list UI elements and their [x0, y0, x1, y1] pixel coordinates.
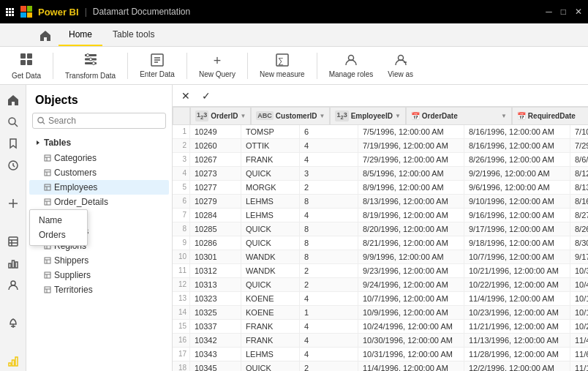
table-icon	[44, 271, 51, 279]
table-row[interactable]: 210260OTTIK47/19/1996, 12:00:00 AM8/16/1…	[173, 139, 588, 153]
maximize-btn[interactable]: □	[561, 7, 566, 17]
table-row[interactable]: 710284LEHMS48/19/1996, 12:00:00 AM9/16/1…	[173, 209, 588, 222]
close-btn[interactable]: ✕	[575, 7, 582, 17]
table-row[interactable]: 1710343LEHMS410/31/1996, 12:00:00 AM11/2…	[173, 348, 588, 361]
nav-bar-chart-icon[interactable]	[3, 352, 23, 371]
table-cell: 4	[300, 334, 358, 347]
search-box[interactable]	[32, 113, 166, 129]
table-cell: FRANK	[241, 153, 300, 166]
nav-home-icon[interactable]	[3, 91, 23, 110]
sidebar-item-shippers[interactable]: Shippers	[29, 253, 169, 268]
title-bar: Power BI | Datamart Documentation ─ □ ✕	[0, 0, 588, 23]
view-as-icon	[393, 53, 408, 69]
col-header-orderdate[interactable]: 📅 OrderDate ▼	[406, 107, 512, 125]
nav-clock-icon[interactable]	[3, 156, 23, 175]
table-row[interactable]: 1110312WANDK29/23/1996, 12:00:00 AM10/21…	[173, 264, 588, 278]
minimize-btn[interactable]: ─	[546, 7, 552, 17]
table-cell: 8/20/1996, 12:00:00 AM	[358, 222, 464, 236]
nav-chart-icon[interactable]	[3, 254, 23, 273]
manage-roles-icon	[344, 53, 358, 69]
view-as-button[interactable]: View as	[382, 50, 419, 81]
manage-roles-button[interactable]: Manage roles	[323, 50, 380, 81]
table-row[interactable]: 510277MORGK28/9/1996, 12:00:00 AM9/6/199…	[173, 181, 588, 195]
get-data-button[interactable]: Get Data	[6, 49, 47, 83]
svg-rect-39	[45, 155, 50, 161]
table-row[interactable]: 1010301WANDK89/9/1996, 12:00:00 AM10/7/1…	[173, 250, 588, 264]
search-input[interactable]	[48, 116, 161, 126]
table-row[interactable]: 1610342FRANK410/30/1996, 12:00:00 AM11/1…	[173, 334, 588, 348]
table-cell: 9/6/1996, 12:00:00 AM	[464, 181, 570, 194]
table-cell: LEHMS	[241, 348, 300, 361]
manage-roles-label: Manage roles	[329, 70, 374, 78]
sidebar-item-categories[interactable]: Categories	[29, 151, 169, 165]
table-cell: 11/6/1996, 12:00:00 AM	[570, 348, 588, 361]
col-header-orderid[interactable]: 123 OrderID ▼	[190, 107, 251, 125]
grid-toolbar: ✕ ✓	[173, 85, 588, 107]
table-row[interactable]: 1210313QUICK29/24/1996, 12:00:00 AM10/22…	[173, 278, 588, 292]
sidebar-item-customers[interactable]: Customers	[29, 165, 169, 180]
employeeid-sort-icon[interactable]: ▼	[395, 113, 401, 119]
table-cell: 8/6/1996, 12:00:00 AM	[570, 153, 588, 166]
cancel-button[interactable]: ✕	[178, 89, 193, 103]
orderdate-sort-icon[interactable]: ▼	[501, 113, 507, 119]
nav-plus-icon[interactable]	[3, 194, 23, 213]
table-cell: 8/27/1996, 12:00:00 AM	[570, 209, 588, 222]
table-body: 110249TOMSP67/5/1996, 12:00:00 AM8/16/19…	[173, 125, 588, 371]
nav-table-icon[interactable]	[3, 233, 23, 252]
row-number: 13	[173, 292, 190, 305]
table-row[interactable]: 810285QUICK88/20/1996, 12:00:00 AM9/17/1…	[173, 222, 588, 236]
transform-data-button[interactable]: Transform Data	[59, 49, 121, 83]
context-menu-orders[interactable]: Orders	[30, 228, 87, 242]
col-header-employeeid[interactable]: 123 EmployeeID ▼	[330, 107, 405, 125]
table-row[interactable]: 1510337FRANK410/24/1996, 12:00:00 AM11/2…	[173, 320, 588, 334]
table-icon	[44, 184, 51, 191]
home-icon[interactable]	[35, 26, 56, 46]
svg-point-31	[11, 281, 15, 285]
new-measure-icon: ∑	[275, 53, 290, 69]
customerid-sort-icon[interactable]: ▼	[320, 113, 325, 119]
table-row[interactable]: 1810345QUICK211/4/1996, 12:00:00 AM12/2/…	[173, 361, 588, 371]
table-row[interactable]: 410273QUICK38/5/1996, 12:00:00 AM9/2/199…	[173, 167, 588, 181]
nav-bookmark-icon[interactable]	[3, 135, 23, 154]
table-icon	[44, 257, 51, 264]
table-cell: 10/7/1996, 12:00:00 AM	[464, 250, 570, 263]
nav-person-icon[interactable]	[3, 276, 23, 295]
table-icon	[44, 198, 51, 206]
grid-menu-icon[interactable]	[6, 8, 15, 16]
row-number: 11	[173, 264, 190, 277]
table-cell: WANDK	[241, 250, 300, 263]
table-wrapper[interactable]: 123 OrderID ▼ ABC CustomerID ▼ 123 Emplo…	[173, 107, 588, 371]
table-row[interactable]: 610279LEHMS88/13/1996, 12:00:00 AM9/10/1…	[173, 195, 588, 209]
table-cell: 9/2/1996, 12:00:00 AM	[464, 167, 570, 180]
orderid-sort-icon[interactable]: ▼	[240, 113, 246, 119]
col-header-requireddate[interactable]: 📅 RequiredDate ▼	[512, 107, 588, 125]
context-menu-name[interactable]: Name	[30, 213, 87, 228]
table-cell: 10273	[190, 167, 241, 180]
table-row[interactable]: 1310323KOENE410/7/1996, 12:00:00 AM11/4/…	[173, 292, 588, 306]
sidebar: Objects Tables Categories Customers Empl…	[26, 85, 173, 371]
svg-point-9	[92, 61, 95, 64]
confirm-button[interactable]: ✓	[199, 89, 214, 103]
tab-home[interactable]: Home	[59, 23, 102, 46]
table-cell: 12/2/1996, 12:00:00 AM	[464, 361, 570, 371]
sidebar-item-order-details[interactable]: Order_Details Name Orders	[29, 195, 169, 209]
tab-table-tools[interactable]: Table tools	[102, 23, 165, 46]
tables-header[interactable]: Tables	[29, 135, 169, 151]
enter-data-button[interactable]: Enter Data	[134, 50, 181, 81]
table-cell: 2	[300, 264, 358, 277]
sidebar-item-suppliers[interactable]: Suppliers	[29, 268, 169, 282]
new-measure-button[interactable]: ∑ New measure	[254, 50, 311, 81]
new-query-button[interactable]: + New Query	[193, 50, 241, 81]
table-row[interactable]: 110249TOMSP67/5/1996, 12:00:00 AM8/16/19…	[173, 125, 588, 139]
sidebar-item-territories[interactable]: Territories	[29, 282, 169, 297]
row-number: 14	[173, 306, 190, 319]
nav-rocket-icon[interactable]	[3, 314, 23, 333]
col-header-customerid[interactable]: ABC CustomerID ▼	[251, 107, 330, 125]
nav-search-icon[interactable]	[3, 113, 23, 132]
table-row[interactable]: 910286QUICK88/21/1996, 12:00:00 AM9/18/1…	[173, 236, 588, 250]
table-cell: 7/29/1996, 12:00:00 AM	[570, 139, 588, 152]
table-row[interactable]: 310267FRANK47/29/1996, 12:00:00 AM8/26/1…	[173, 153, 588, 167]
row-number: 6	[173, 195, 190, 208]
sidebar-item-employees[interactable]: Employees	[29, 180, 169, 195]
table-row[interactable]: 1410325KOENE110/9/1996, 12:00:00 AM10/23…	[173, 306, 588, 320]
